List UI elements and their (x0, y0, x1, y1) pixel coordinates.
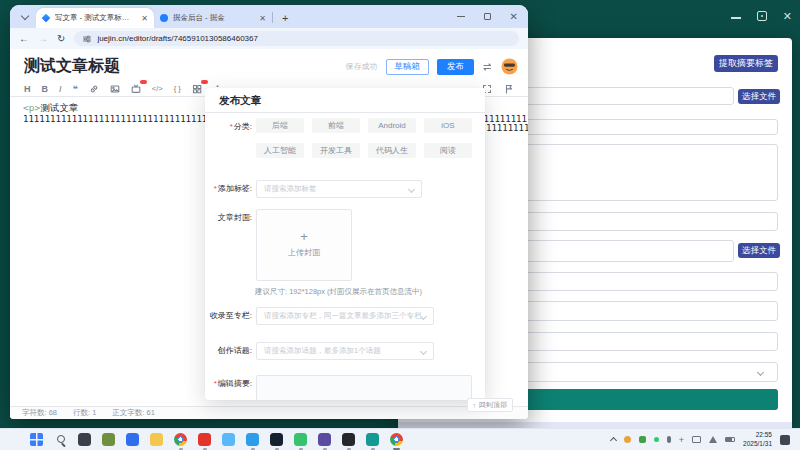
collection-placeholder: 请搜索添加专栏，同一篇文章最多添加三个专栏 (264, 311, 422, 321)
tray-plus-icon[interactable]: + (679, 436, 684, 444)
tab-search-chevron-icon[interactable] (21, 12, 29, 20)
taskbar-chrome[interactable] (174, 433, 187, 446)
taskbar-netease-music[interactable] (198, 433, 211, 446)
tab-close-icon[interactable]: ✕ (259, 14, 266, 23)
cover-upload-box[interactable]: + 上传封面 (256, 209, 352, 281)
tray-status-dot-icon[interactable] (654, 437, 659, 442)
taskbar-app-purple[interactable] (318, 433, 331, 446)
tray-expand-icon[interactable] (610, 437, 617, 444)
link-icon[interactable] (89, 84, 99, 94)
forward-icon[interactable]: → (38, 33, 48, 44)
tab-strip: 写文章 - 测试文章标题 - 掘金 ✕ 掘金后台 - 掘金 ✕ + ✕ (10, 5, 528, 28)
category-chip[interactable]: Android (368, 118, 416, 133)
taskbar-app-green[interactable] (294, 433, 307, 446)
monitor-icon[interactable] (692, 436, 701, 443)
back-icon[interactable]: ← (19, 33, 29, 44)
cover-row: 文章封面: + 上传封面 (209, 209, 352, 281)
italic-icon[interactable]: I (59, 84, 62, 94)
tags-placeholder: 请搜索添加标签 (264, 184, 317, 194)
choose-file-button[interactable]: 选择文件 (738, 243, 780, 258)
taskbar-icons (0, 433, 403, 446)
taskbar-steam[interactable] (270, 433, 283, 446)
close-icon[interactable]: ✕ (783, 11, 792, 21)
tray-app-green-icon[interactable] (639, 436, 646, 443)
inline-code-icon[interactable]: </> (152, 84, 163, 94)
publish-button[interactable]: 发布 (437, 59, 474, 75)
category-chip[interactable]: 开发工具 (312, 143, 360, 158)
line-count: 行数: 1 (73, 408, 96, 418)
category-chip[interactable]: iOS (424, 118, 472, 133)
taskbar-app-blue[interactable] (222, 433, 235, 446)
new-tab-button[interactable]: + (282, 12, 288, 24)
cover-hint: 建议尺寸: 192*128px (封面仅展示在首页信息流中) (255, 287, 422, 297)
summary-textarea[interactable] (256, 375, 472, 400)
tray-app-orange-icon[interactable] (624, 436, 631, 443)
tab-editor[interactable]: 写文章 - 测试文章标题 - 掘金 ✕ (36, 8, 154, 28)
arrow-up-icon: ↑ (473, 402, 477, 409)
bold-icon[interactable]: B (42, 84, 49, 94)
word-count: 正文字数: 61 (112, 408, 155, 418)
article-title-input[interactable]: 测试文章标题 (24, 56, 120, 77)
url-text: juejin.cn/editor/drafts/7465910130586460… (97, 34, 258, 43)
maximize-icon[interactable] (484, 13, 491, 20)
image-icon[interactable] (110, 84, 120, 94)
quote-icon[interactable]: ❝ (73, 84, 78, 94)
back-to-top-button[interactable]: ↑ 回到顶部 (467, 398, 514, 412)
tags-select[interactable]: 请搜索添加标签 (256, 180, 422, 198)
notification-badge[interactable] (780, 435, 790, 445)
capture-icon[interactable] (757, 11, 767, 21)
feedback-flag-icon[interactable] (504, 84, 514, 94)
drafts-button[interactable]: 草稿箱 (386, 59, 430, 75)
editor-page: 测试文章标题 保存成功 草稿箱 发布 H B I ❝ (10, 49, 528, 419)
sticker-icon[interactable] (131, 84, 141, 94)
choose-file-button[interactable]: 选择文件 (738, 89, 780, 104)
taskbar-app-check[interactable] (126, 433, 139, 446)
close-icon[interactable]: ✕ (510, 13, 518, 21)
taskbar-toolbox[interactable] (102, 433, 115, 446)
avatar[interactable] (501, 58, 518, 75)
taskbar-file-explorer[interactable] (150, 433, 163, 446)
summary-label: 编辑摘要: (218, 379, 252, 388)
upload-cover-label: 上传封面 (288, 247, 320, 258)
category-chip[interactable]: 代码人生 (368, 143, 416, 158)
juejin-favicon (42, 14, 51, 23)
browser-toolbar: ← → ↻ juejin.cn/editor/drafts/7465910130… (10, 28, 528, 49)
category-chip[interactable]: 阅读 (424, 143, 472, 158)
taskbar-search[interactable] (54, 433, 67, 446)
tags-label: 添加标签: (218, 184, 252, 193)
clock[interactable]: 22:55 2025/1/31 (743, 431, 772, 448)
new-badge (201, 80, 208, 84)
collection-select[interactable]: 请搜索添加专栏，同一篇文章最多添加三个专栏 (256, 307, 434, 325)
taskbar-vscode[interactable] (246, 433, 259, 446)
minimize-icon[interactable] (457, 16, 465, 18)
reload-icon[interactable]: ↻ (57, 33, 65, 44)
tab-admin[interactable]: 掘金后台 - 掘金 ✕ (154, 8, 272, 28)
tune-icon (82, 34, 92, 44)
topic-select[interactable]: 请搜索添加话题，最多添加1个话题 (256, 342, 434, 360)
taskbar-start[interactable] (30, 433, 43, 446)
taskbar-app-teal[interactable] (366, 433, 379, 446)
address-bar[interactable]: juejin.cn/editor/drafts/7465910130586460… (74, 31, 519, 46)
tab-title: 掘金后台 - 掘金 (173, 13, 254, 23)
wifi-icon[interactable] (709, 436, 717, 443)
category-chip[interactable]: 后端 (256, 118, 304, 133)
publish-panel-title: 发布文章 (205, 88, 485, 113)
sync-icon[interactable] (482, 62, 493, 72)
heading-icon[interactable]: H (24, 84, 31, 94)
code-block-icon[interactable]: { } (174, 84, 181, 94)
category-chip[interactable]: 前端 (312, 118, 360, 133)
minimize-icon[interactable] (731, 17, 741, 19)
category-chip[interactable]: 人工智能 (256, 143, 304, 158)
taskbar-app-dark[interactable] (342, 433, 355, 446)
taskbar-task-view[interactable] (78, 433, 91, 446)
publish-panel: 发布文章 *分类: 后端前端AndroidiOS人工智能开发工具代码人生阅读 *… (205, 88, 485, 400)
extract-summary-button[interactable]: 提取摘要标签 (714, 55, 778, 72)
tab-close-icon[interactable]: ✕ (141, 14, 148, 23)
emoji-grid-icon[interactable] (192, 84, 202, 94)
tab-divider (272, 12, 273, 23)
microphone-icon[interactable] (667, 436, 671, 443)
battery-icon[interactable] (725, 437, 735, 442)
taskbar-chrome-profile[interactable] (390, 433, 403, 446)
desktop-app-window-controls: ✕ (731, 8, 792, 24)
tray-time: 22:55 (743, 431, 772, 439)
